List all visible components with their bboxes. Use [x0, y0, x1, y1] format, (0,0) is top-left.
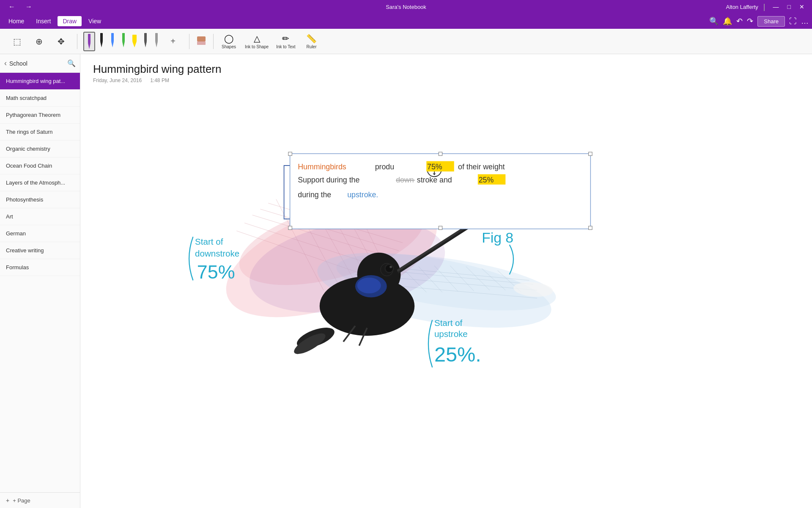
title-bar: ← → Sara's Notebook Alton Lafferty | — □…: [0, 0, 812, 14]
ink-to-shape-icon: △: [254, 33, 260, 44]
page-time: 1:48 PM: [150, 77, 169, 83]
svg-rect-0: [88, 34, 91, 43]
shapes-button[interactable]: ◯ Shapes: [218, 32, 240, 50]
menu-bar: Home Insert Draw View 🔍 🔔 ↶ ↷ Share ⛶ …: [0, 14, 812, 29]
svg-rect-15: [197, 41, 206, 45]
ruler-icon: 📏: [306, 33, 317, 44]
ink-to-text-button[interactable]: ✏ Ink to Text: [274, 32, 298, 50]
header-actions: 🔍 🔔 ↶ ↷ Share ⛶ …: [709, 16, 809, 27]
svg-point-50: [390, 266, 392, 268]
add-page-footer[interactable]: + + Page: [0, 492, 80, 508]
menu-insert[interactable]: Insert: [31, 16, 56, 26]
menu-home[interactable]: Home: [3, 16, 29, 26]
sidebar-section-title: School: [9, 60, 65, 67]
sidebar-item-chemistry[interactable]: Organic chemistry: [0, 141, 80, 157]
drawing-canvas: Start of downstroke 75% Fig 8 Start of u…: [80, 92, 812, 508]
svg-text:stroke and: stroke and: [417, 176, 452, 184]
svg-text:upstroke: upstroke: [434, 329, 468, 339]
forward-button[interactable]: →: [22, 2, 36, 11]
svg-marker-11: [144, 41, 147, 47]
svg-rect-8: [132, 35, 137, 41]
svg-rect-14: [197, 36, 206, 41]
move-button[interactable]: ✥: [51, 35, 71, 48]
title-bar-left: ← →: [5, 2, 36, 11]
fullscreen-icon[interactable]: ⛶: [789, 17, 797, 26]
ruler-label: Ruler: [307, 44, 317, 49]
lasso-select-button[interactable]: ⬚: [7, 35, 27, 48]
svg-rect-6: [122, 33, 125, 41]
ruler-button[interactable]: 📏 Ruler: [301, 32, 323, 50]
sidebar-notebook-list: Hummingbird wing pat... Math scratchpad …: [0, 73, 80, 492]
sidebar-item-ocean[interactable]: Ocean Food Chain: [0, 157, 80, 174]
svg-text:Hummingbirds: Hummingbirds: [298, 163, 346, 171]
svg-marker-1: [88, 43, 91, 49]
ink-to-shape-button[interactable]: △ Ink to Shape: [242, 32, 271, 50]
minimize-button[interactable]: —: [771, 3, 782, 11]
user-name: Alton Lafferty: [726, 4, 758, 10]
close-button[interactable]: ✕: [797, 3, 807, 11]
svg-rect-2: [100, 33, 103, 41]
sidebar-item-creative[interactable]: Creative writing: [0, 242, 80, 259]
move-icon: ✥: [58, 36, 65, 47]
share-button[interactable]: Share: [757, 16, 785, 27]
svg-rect-73: [288, 226, 292, 229]
svg-text:downstroke: downstroke: [195, 248, 239, 258]
ink-to-text-icon: ✏: [282, 33, 289, 44]
title-separator: |: [763, 3, 765, 11]
undo-icon[interactable]: ↶: [736, 17, 743, 26]
menu-view[interactable]: View: [83, 16, 106, 26]
redo-icon[interactable]: ↷: [747, 17, 753, 26]
add-space-button[interactable]: ⊕: [29, 35, 49, 48]
sidebar-item-formulas[interactable]: Formulas: [0, 259, 80, 276]
maximize-button[interactable]: □: [785, 3, 793, 11]
svg-text:of their weight: of their weight: [458, 163, 505, 171]
svg-marker-9: [132, 41, 137, 47]
sidebar-item-photosynthesis[interactable]: Photosynthesis: [0, 191, 80, 208]
more-icon[interactable]: …: [801, 17, 809, 26]
note-canvas: Start of downstroke 75% Fig 8 Start of u…: [80, 92, 812, 508]
add-pen-button[interactable]: +: [163, 35, 183, 48]
add-page-label: + Page: [13, 497, 30, 504]
sidebar-search-icon[interactable]: 🔍: [67, 59, 76, 67]
bell-icon[interactable]: 🔔: [723, 17, 732, 26]
sidebar-item-pythagorean[interactable]: Pythagorean Theorem: [0, 107, 80, 124]
shapes-icon: ◯: [224, 33, 233, 44]
page-date: Friday, June 24, 2016: [93, 77, 142, 83]
sep3: [213, 34, 214, 49]
svg-rect-70: [288, 152, 292, 155]
add-space-icon: ⊕: [36, 36, 43, 47]
svg-marker-13: [155, 41, 158, 47]
sidebar-item-german[interactable]: German: [0, 225, 80, 242]
app-title: Sara's Notebook: [386, 4, 426, 10]
pen-purple-active[interactable]: [83, 32, 95, 51]
sidebar-item-math[interactable]: Math scratchpad: [0, 90, 80, 107]
add-page-icon: +: [6, 497, 9, 504]
search-icon[interactable]: 🔍: [709, 17, 719, 26]
svg-text:Support during the: Support during the: [298, 176, 359, 184]
svg-rect-10: [144, 33, 147, 41]
ink-to-text-label: Ink to Text: [276, 44, 295, 49]
pen-dark[interactable]: [141, 32, 150, 51]
pen-yellow-highlighter[interactable]: [130, 32, 139, 51]
sidebar-item-hummingbird[interactable]: Hummingbird wing pat...: [0, 73, 80, 90]
pen-green[interactable]: [119, 32, 128, 51]
sidebar-item-saturn[interactable]: The rings of Saturn: [0, 124, 80, 141]
sidebar-item-art[interactable]: Art: [0, 208, 80, 225]
sep2: [189, 34, 189, 49]
pen-black[interactable]: [97, 32, 106, 51]
sidebar-item-layers[interactable]: Layers of the Atmosph...: [0, 174, 80, 191]
svg-text:75%: 75%: [197, 261, 235, 283]
svg-marker-3: [100, 41, 103, 47]
svg-text:produ: produ: [375, 163, 394, 171]
svg-rect-12: [155, 33, 158, 41]
menu-draw[interactable]: Draw: [58, 16, 82, 26]
svg-text:Start of: Start of: [195, 237, 223, 246]
pen-gray[interactable]: [152, 32, 161, 51]
eraser-tool[interactable]: [194, 33, 209, 50]
pen-blue[interactable]: [108, 32, 117, 51]
page-title: Hummingbird wing pattern: [93, 63, 799, 76]
pen-tools: +: [82, 32, 185, 51]
draw-toolbar: ⬚ ⊕ ✥: [0, 29, 812, 54]
sidebar-back-button[interactable]: ‹: [4, 59, 7, 68]
back-button[interactable]: ←: [5, 2, 19, 11]
